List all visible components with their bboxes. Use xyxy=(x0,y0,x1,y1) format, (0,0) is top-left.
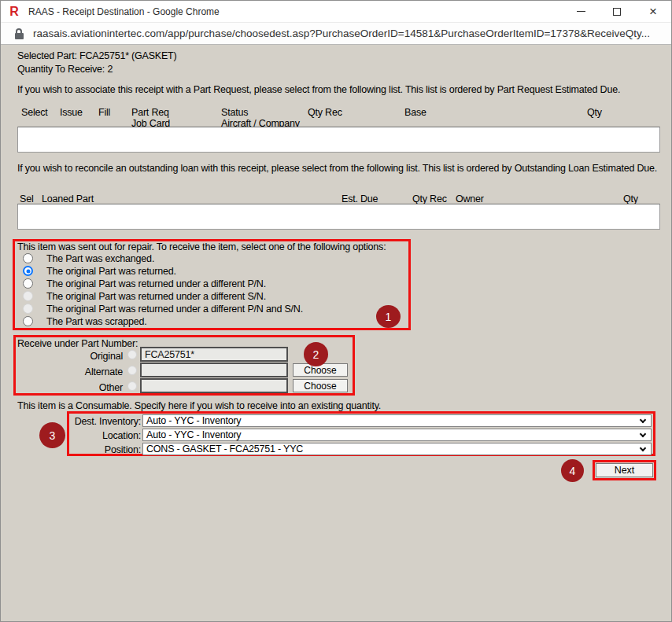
loan-header-loaned-part: Loaned Part xyxy=(42,193,94,204)
loan-header-qty: Qty xyxy=(623,193,638,204)
selected-part-line: Selected Part: FCA25751* (GASKET) xyxy=(17,50,177,61)
other-label: Other xyxy=(17,382,123,393)
dest-inventory-value: Auto - YYC - Inventory xyxy=(146,415,241,426)
radio-label-part-exchanged: The Part was exchanged. xyxy=(46,253,154,264)
column-header-qty: Qty xyxy=(587,107,602,118)
repair-prompt: This item was sent out for repair. To re… xyxy=(17,241,386,252)
radio-alternate-pn xyxy=(127,366,137,375)
consumable-note: This item is a Consumable. Specify here … xyxy=(17,400,381,411)
radio-other-pn xyxy=(127,381,137,391)
radio-returned-different-sn xyxy=(23,291,33,301)
close-icon: × xyxy=(649,5,657,18)
location-label: Location: xyxy=(70,430,141,441)
next-button[interactable]: Next xyxy=(596,463,653,477)
column-header-fill: Fill xyxy=(98,107,110,118)
minimize-icon xyxy=(577,11,585,12)
position-value: CONS - GASKET - FCA25751 - YYC xyxy=(146,443,303,455)
close-button[interactable]: × xyxy=(635,1,671,22)
radio-original-returned[interactable] xyxy=(23,266,33,276)
location-value: Auto - YYC - Inventory xyxy=(146,429,241,440)
radio-returned-different-pn[interactable] xyxy=(23,278,33,289)
minimize-button[interactable] xyxy=(563,1,599,22)
annotation-badge-4: 4 xyxy=(561,459,584,482)
radio-original-pn xyxy=(127,350,137,359)
loan-header-sel: Sel xyxy=(20,193,33,204)
column-header-status: Status xyxy=(221,107,248,118)
original-label: Original xyxy=(17,351,123,362)
window-titlebar: R RAAS - Receipt Destination - Google Ch… xyxy=(1,1,671,23)
column-header-base: Base xyxy=(404,107,426,118)
radio-label-returned-different-sn: The original Part was returned under a d… xyxy=(46,291,266,302)
address-bar[interactable]: raasais.aviationintertec.com/app/purchas… xyxy=(1,23,671,45)
window-controls: × xyxy=(563,1,671,22)
dest-inventory-select[interactable]: Auto - YYC - Inventory xyxy=(142,414,652,427)
column-header-part-req: Part Req xyxy=(131,107,169,118)
radio-label-original-returned: The original Part was returned. xyxy=(46,266,176,277)
loan-header-qty-rec: Qty Rec xyxy=(412,193,447,204)
chevron-down-icon xyxy=(640,431,646,437)
part-request-intro: If you wish to associate this receipt wi… xyxy=(17,84,620,95)
other-part-number-input[interactable] xyxy=(140,378,288,393)
maximize-button[interactable] xyxy=(599,1,635,22)
window-title: RAAS - Receipt Destination - Google Chro… xyxy=(28,6,220,17)
receive-under-title: Receive under Part Number: xyxy=(17,338,138,349)
alternate-label: Alternate xyxy=(17,366,123,377)
part-request-list[interactable] xyxy=(17,127,660,153)
radio-label-returned-different-pn-sn: The original Part was returned under a d… xyxy=(46,304,303,315)
radio-part-exchanged[interactable] xyxy=(23,253,33,263)
column-header-qty-rec: Qty Rec xyxy=(308,107,342,118)
chevron-down-icon xyxy=(640,417,646,423)
position-label: Position: xyxy=(70,444,141,455)
position-select[interactable]: CONS - GASKET - FCA25751 - YYC xyxy=(142,443,652,455)
loan-intro: If you wish to reconcile an outstanding … xyxy=(17,163,658,174)
raas-favicon-icon: R xyxy=(8,5,20,19)
annotation-badge-2: 2 xyxy=(304,342,328,366)
browser-window: R RAAS - Receipt Destination - Google Ch… xyxy=(0,0,672,622)
loan-header-owner: Owner xyxy=(456,193,484,204)
radio-label-returned-different-pn: The original Part was returned under a d… xyxy=(46,278,266,289)
quantity-line: Quantity To Receive: 2 xyxy=(17,64,113,75)
alternate-part-number-input[interactable] xyxy=(140,363,288,377)
maximize-icon xyxy=(613,8,621,16)
url-text: raasais.aviationintertec.com/app/purchas… xyxy=(33,28,650,39)
annotation-badge-3: 3 xyxy=(39,422,65,448)
dest-inventory-label: Dest. Inventory: xyxy=(70,416,141,427)
radio-returned-different-pn-sn xyxy=(23,304,33,314)
loan-header-est-due: Est. Due xyxy=(342,193,378,204)
lock-icon xyxy=(14,28,24,39)
loan-list[interactable] xyxy=(17,204,660,230)
choose-other-button[interactable]: Choose xyxy=(293,379,348,392)
column-header-select: Select xyxy=(21,107,48,118)
radio-label-part-scrapped: The Part was scrapped. xyxy=(46,316,147,327)
location-select[interactable]: Auto - YYC - Inventory xyxy=(142,429,652,441)
column-header-issue: Issue xyxy=(60,107,83,118)
original-part-number-input[interactable] xyxy=(140,347,288,362)
chevron-down-icon xyxy=(640,445,646,451)
annotation-badge-1: 1 xyxy=(376,305,401,328)
radio-part-scrapped[interactable] xyxy=(23,316,33,326)
